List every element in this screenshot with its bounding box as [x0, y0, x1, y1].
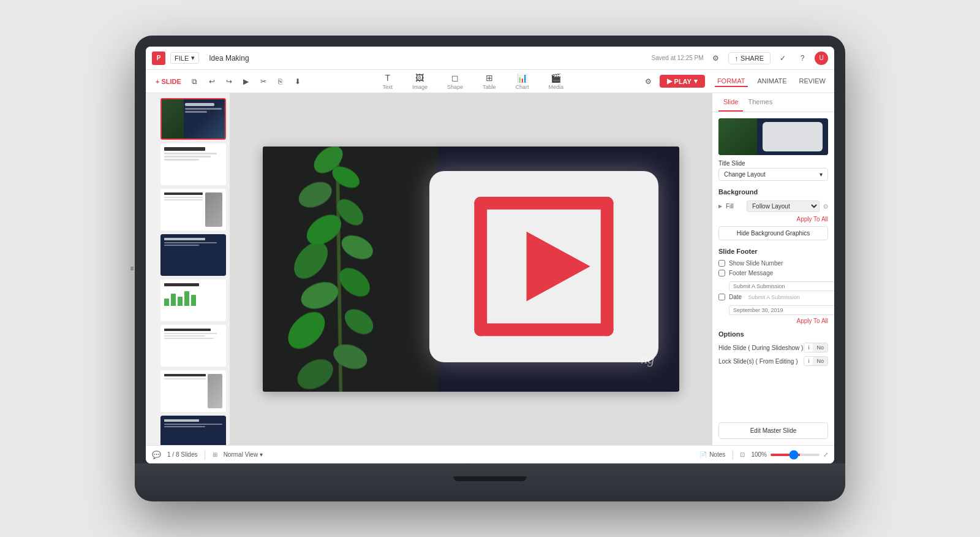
change-layout-button[interactable]: Change Layout ▾ [718, 168, 828, 181]
forward-icon[interactable]: ▶ [239, 74, 254, 89]
slide-thumb-wrapper-7: 7 [149, 370, 226, 412]
tab-themes[interactable]: Themes [743, 93, 777, 112]
svg-rect-18 [474, 324, 613, 337]
fill-row: ▶ Fill Follow Layout ⊙ [718, 200, 828, 212]
date-checkbox[interactable] [718, 294, 725, 300]
fill-icon: ⊙ [823, 203, 828, 210]
share-icon: ↑ [735, 55, 739, 62]
grid-icon: ⊞ [213, 451, 217, 458]
apply-all-bg[interactable]: Apply To All [718, 216, 828, 223]
toolbar-left: + SLIDE ⧉ ↩ ↪ ▶ ✂ ⎘ ⬇ [152, 74, 305, 89]
image-icon: 🖼 [415, 73, 424, 83]
svg-rect-15 [474, 197, 613, 210]
slide-content-3 [160, 189, 226, 230]
hide-slide-toggle: i No [804, 343, 828, 352]
edit-master-slide-button[interactable]: Edit Master Slide [718, 422, 828, 439]
hide-slide-info[interactable]: i [804, 343, 813, 352]
notes-button[interactable]: 📄 Notes [699, 451, 725, 458]
date-label: Date [729, 294, 742, 300]
app-logo: P [152, 51, 165, 65]
footer-message-input[interactable] [729, 281, 834, 291]
right-panel-content: Title Slide Change Layout ▾ Background ▶… [712, 112, 834, 416]
layout-label: Title Slide [718, 160, 828, 167]
text-tool-button[interactable]: T Text [377, 72, 398, 91]
checkmark-icon[interactable]: ✓ [775, 51, 790, 66]
help-icon[interactable]: ? [795, 51, 810, 66]
slide-canvas[interactable]: ng [263, 147, 679, 392]
top-bar: P FILE ▾ Idea Making Saved at 12:25 PM ⚙… [146, 47, 834, 70]
slide-thumb-8[interactable] [160, 416, 226, 445]
tab-animate[interactable]: ANIMATE [755, 76, 790, 87]
shape-icon: ◻ [451, 73, 459, 83]
hide-slide-no[interactable]: No [813, 343, 827, 352]
chart-tool-button[interactable]: 📊 Chart [510, 72, 533, 91]
play-icon: ▶ [667, 77, 672, 85]
format-tabs: FORMAT ANIMATE REVIEW [715, 76, 828, 87]
download-icon[interactable]: ⬇ [290, 74, 305, 89]
slide-content-6 [160, 325, 226, 367]
canvas-area: ng [230, 93, 712, 445]
table-tool-button[interactable]: ⊞ Table [478, 72, 501, 91]
copy-icon[interactable]: ⎘ [273, 74, 288, 89]
zoom-slider[interactable] [771, 454, 820, 456]
hide-background-graphics-button[interactable]: Hide Background Graphics [718, 226, 828, 240]
fullscreen-icon: ⊡ [740, 451, 745, 458]
slide-thumb-wrapper-4: 4 [149, 234, 226, 276]
slide-thumb-1[interactable] [160, 98, 226, 140]
toolbar-center: T Text 🖼 Image ◻ Shape ⊞ Table [307, 72, 639, 91]
slide-thumb-wrapper-6: 6 [149, 325, 226, 367]
date-input[interactable] [729, 305, 834, 315]
apply-all-footer[interactable]: Apply To All [718, 318, 828, 324]
app-container: P FILE ▾ Idea Making Saved at 12:25 PM ⚙… [146, 47, 834, 463]
slide-thumb-wrapper-3: 3 [149, 189, 226, 230]
show-slide-number-checkbox[interactable] [718, 260, 725, 267]
tab-review[interactable]: REVIEW [797, 76, 828, 87]
slide-thumb-3[interactable] [160, 189, 226, 230]
fill-triangle-icon: ▶ [718, 204, 722, 209]
slide-thumb-4[interactable] [160, 234, 226, 276]
slide-thumb-2[interactable] [160, 143, 226, 185]
chevron-down-icon: ▾ [820, 171, 823, 178]
separator-1: | [203, 449, 206, 460]
plant-area [263, 147, 438, 392]
text-icon: T [385, 73, 390, 83]
zoom-control: 100% ⤢ [751, 451, 828, 458]
share-button[interactable]: ↑ SHARE [728, 52, 771, 64]
media-tool-button[interactable]: 🎬 Media [544, 72, 569, 91]
laptop-frame: P FILE ▾ Idea Making Saved at 12:25 PM ⚙… [135, 36, 845, 501]
play-button[interactable]: ▶ PLAY ▾ [660, 75, 705, 88]
slide-thumb-6[interactable] [160, 325, 226, 367]
slide-thumb-wrapper-5: 5 [149, 280, 226, 321]
background-section-title: Background [718, 188, 828, 196]
top-bar-actions: ⚙ ↑ SHARE ✓ ? U [709, 51, 828, 66]
comments-icon[interactable]: 💬 [152, 451, 161, 459]
separator-2: | [731, 449, 734, 460]
redo-icon[interactable]: ↪ [222, 74, 236, 89]
undo-icon[interactable]: ↩ [205, 74, 219, 89]
cut-icon[interactable]: ✂ [256, 74, 271, 89]
user-avatar[interactable]: U [815, 51, 828, 65]
footer-message-row: Footer Message [718, 270, 828, 276]
lock-slide-no[interactable]: No [813, 357, 827, 365]
lock-slide-info[interactable]: i [804, 357, 813, 365]
slide-content-4 [160, 234, 226, 276]
view-selector[interactable]: Normal View ▾ [224, 451, 263, 458]
bottom-bar: 💬 1 / 8 Slides | ⊞ Normal View ▾ 📄 Notes… [146, 445, 834, 463]
tab-format[interactable]: FORMAT [715, 76, 748, 87]
footer-message-checkbox[interactable] [718, 270, 725, 276]
settings-icon[interactable]: ⚙ [709, 51, 723, 66]
image-tool-button[interactable]: 🖼 Image [407, 72, 432, 91]
slide-footer-section: Slide Footer Show Slide Number Footer Me… [718, 248, 828, 324]
tab-slide[interactable]: Slide [718, 93, 743, 112]
duplicate-icon[interactable]: ⧉ [187, 74, 202, 89]
slide-thumb-5[interactable] [160, 280, 226, 321]
options-title: Options [718, 330, 828, 338]
hide-slide-label: Hide Slide ( During Slideshow ) [718, 345, 803, 351]
file-menu[interactable]: FILE ▾ [170, 52, 199, 64]
shape-tool-button[interactable]: ◻ Shape [442, 72, 468, 91]
settings-gear-icon[interactable]: ⚙ [641, 74, 656, 89]
fill-select[interactable]: Follow Layout [747, 200, 820, 212]
add-slide-button[interactable]: + SLIDE [152, 76, 185, 87]
footer-message-label: Footer Message [729, 270, 773, 276]
slide-thumb-7[interactable] [160, 370, 226, 412]
